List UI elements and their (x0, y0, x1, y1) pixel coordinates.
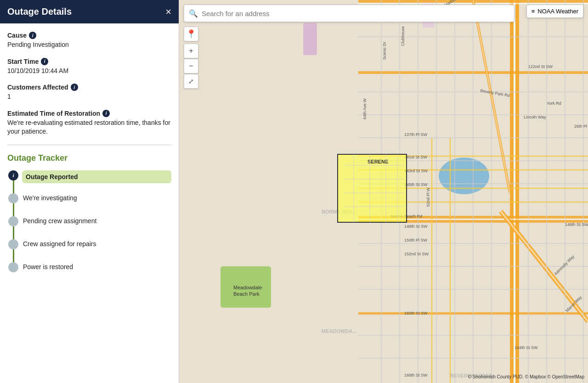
svg-text:52nd Pl W: 52nd Pl W (426, 187, 430, 207)
noaa-label: NOAA Weather (537, 8, 578, 15)
svg-text:Lincoln Way: Lincoln Way (524, 115, 546, 119)
svg-text:148th St SW: 148th St SW (565, 222, 588, 227)
step-2-indicator (7, 193, 19, 216)
step-4-label: Crew assigned for repairs (23, 239, 171, 260)
svg-text:137th Pl SW: 137th Pl SW (404, 132, 428, 137)
location-pin-button[interactable]: 📍 (184, 27, 198, 41)
start-time-info-icon[interactable]: i (41, 58, 48, 65)
start-time-label: Start Time i (7, 58, 171, 65)
noaa-icon: ≡ (531, 8, 535, 15)
svg-text:Scenic Dr: Scenic Dr (382, 42, 387, 60)
step-4-circle (8, 239, 18, 249)
step-4: Crew assigned for repairs (7, 239, 171, 262)
step-4-line (13, 249, 14, 262)
svg-text:Meadowdale: Meadowdale (233, 285, 262, 290)
svg-text:145th St SW: 145th St SW (404, 182, 428, 187)
svg-text:164th St SW: 164th St SW (514, 345, 538, 350)
step-2-label: We're investigating (23, 193, 171, 214)
step-5: Power is restored (7, 262, 171, 272)
step-3-circle (8, 216, 18, 226)
step-5-label: Power is restored (23, 262, 171, 270)
step-2: We're investigating (7, 193, 171, 216)
svg-text:141st St SW: 141st St SW (404, 155, 428, 159)
customers-section: Customers Affected i 1 (7, 84, 171, 101)
zoom-in-button[interactable]: + (184, 44, 198, 58)
step-2-circle (8, 193, 18, 203)
sidebar: Outage Details × Cause i Pending Investi… (0, 0, 179, 383)
step-1: i Outage Reported (7, 170, 171, 193)
search-bar: 🔍 (184, 5, 514, 22)
step-3: Pending crew assignment (7, 216, 171, 239)
step-4-indicator (7, 239, 19, 262)
search-input[interactable] (202, 10, 509, 17)
tracker-title: Outage Tracker (7, 153, 171, 163)
outage-tracker: Outage Tracker i Outage Reported (7, 153, 171, 272)
svg-rect-8 (514, 0, 515, 383)
svg-text:MEADOWDA...: MEADOWDA... (322, 328, 356, 334)
step-2-line (13, 203, 14, 216)
etr-label: Estimated Time of Restoration i (7, 110, 171, 117)
close-button[interactable]: × (165, 7, 171, 17)
sidebar-header: Outage Details × (0, 0, 179, 23)
customers-info-icon[interactable]: i (71, 84, 78, 91)
customers-label: Customers Affected i (7, 84, 171, 91)
svg-text:Clubhouse: Clubhouse (401, 26, 405, 46)
fullscreen-button[interactable]: ⤢ (184, 74, 198, 89)
search-icon: 🔍 (189, 9, 198, 18)
etr-value: We're re-evaluating estimated restoratio… (7, 118, 171, 136)
cause-label: Cause i (7, 32, 171, 39)
svg-text:Beach Park: Beach Park (233, 291, 260, 297)
sidebar-title: Outage Details (7, 6, 72, 17)
svg-text:150th Pl SW: 150th Pl SW (404, 238, 428, 242)
divider (7, 145, 171, 145)
svg-text:SERENE: SERENE (368, 159, 388, 164)
step-3-label: Pending crew assignment (23, 216, 171, 237)
step-3-indicator (7, 216, 19, 239)
svg-rect-5 (303, 23, 317, 55)
etr-info-icon[interactable]: i (102, 110, 110, 117)
svg-rect-9 (515, 0, 519, 383)
svg-text:152nd St SW: 152nd St SW (404, 252, 429, 256)
cause-value: Pending Investigation (7, 40, 171, 50)
cause-section: Cause i Pending Investigation (7, 32, 171, 50)
svg-text:26th Pl W: 26th Pl W (574, 124, 588, 129)
step-3-line (13, 226, 14, 239)
step-1-label: Outage Reported (22, 170, 171, 183)
start-time-value: 10/10/2019 10:44 AM (7, 67, 171, 76)
step-1-indicator: i (7, 170, 19, 193)
sidebar-content: Cause i Pending Investigation Start Time… (0, 23, 179, 383)
svg-text:168th St SW: 168th St SW (404, 373, 428, 377)
customers-value: 1 (7, 92, 171, 101)
svg-text:York Rd: York Rd (547, 101, 561, 106)
map-controls: 📍 + − ⤢ (184, 27, 198, 89)
step-1-circle: i (8, 170, 18, 180)
map-attribution: © Snohomish County PUD. © Mapbox © OpenS… (468, 374, 584, 379)
step-1-line (13, 180, 14, 193)
tracker-steps: i Outage Reported We're investigating (7, 170, 171, 272)
step-5-circle (8, 262, 18, 272)
step-5-indicator (7, 262, 19, 272)
noaa-weather-button[interactable]: ≡ NOAA Weather (526, 5, 583, 18)
etr-section: Estimated Time of Restoration i We're re… (7, 110, 171, 136)
map-background: Meadowdale Beach Park (179, 0, 588, 383)
svg-text:122nd St SW: 122nd St SW (528, 64, 553, 69)
svg-rect-71 (338, 154, 407, 222)
zoom-out-button[interactable]: − (184, 59, 198, 73)
svg-text:148th St SW: 148th St SW (404, 224, 428, 229)
svg-text:160th St SW: 160th St SW (404, 311, 428, 315)
cause-info-icon[interactable]: i (29, 32, 36, 39)
map-area: Meadowdale Beach Park (179, 0, 588, 383)
start-time-section: Start Time i 10/10/2019 10:44 AM (7, 58, 171, 76)
svg-text:143rd St SW: 143rd St SW (404, 169, 428, 173)
svg-text:64th Ave W: 64th Ave W (362, 98, 367, 119)
